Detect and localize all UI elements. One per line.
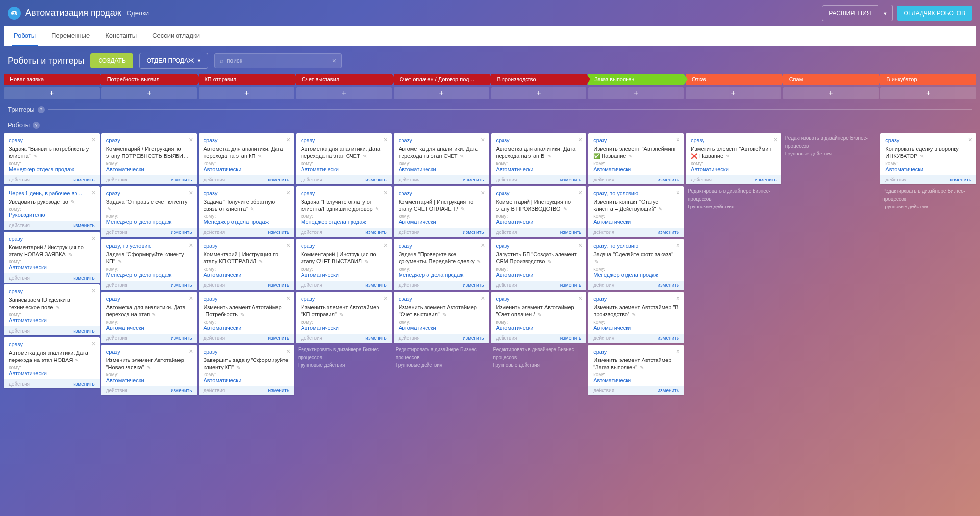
edit-link[interactable]: изменить xyxy=(171,335,192,341)
close-icon[interactable]: × xyxy=(676,348,680,355)
robot-to[interactable]: Менеджер отдела продаж xyxy=(106,272,192,278)
pencil-icon[interactable]: ✎ xyxy=(71,199,75,205)
actions-label[interactable]: действия xyxy=(106,230,127,235)
robot-card[interactable]: ×сразуЗаписываем ID сделки в техническое… xyxy=(4,284,100,335)
close-icon[interactable]: × xyxy=(286,136,290,143)
edit-link[interactable]: изменить xyxy=(755,177,777,182)
robot-to[interactable]: Автоматически xyxy=(203,325,289,331)
close-icon[interactable]: × xyxy=(773,136,777,143)
actions-label[interactable]: действия xyxy=(691,177,712,182)
close-icon[interactable]: × xyxy=(384,136,388,143)
robot-when[interactable]: сразу xyxy=(203,349,289,355)
pencil-icon[interactable]: ✎ xyxy=(547,259,551,264)
actions-label[interactable]: действия xyxy=(593,177,614,182)
edit-link[interactable]: изменить xyxy=(463,177,484,182)
close-icon[interactable]: × xyxy=(189,295,193,302)
add-robot-button[interactable]: + xyxy=(296,87,392,99)
robot-card[interactable]: ×сразуКомментарий | Инструкция по этапу … xyxy=(491,186,587,237)
pencil-icon[interactable]: ✎ xyxy=(240,312,244,317)
edit-link[interactable]: изменить xyxy=(560,230,582,235)
stage-header[interactable]: Отказ xyxy=(686,74,781,85)
close-icon[interactable]: × xyxy=(578,189,582,196)
stage-header[interactable]: Новая заявка xyxy=(4,74,100,85)
actions-label[interactable]: действия xyxy=(885,177,906,182)
robot-when[interactable]: сразу xyxy=(203,296,289,302)
robot-to[interactable]: Автоматически xyxy=(106,377,192,383)
robot-when[interactable]: сразу xyxy=(496,296,582,302)
robot-to[interactable]: Автоматически xyxy=(399,166,484,172)
close-icon[interactable]: × xyxy=(481,242,485,249)
add-robot-button[interactable]: + xyxy=(783,87,879,99)
robot-card[interactable]: ×сразуЗавершить задачу "Сформируйте клие… xyxy=(199,345,294,396)
edit-link[interactable]: изменить xyxy=(365,283,387,288)
pencil-icon[interactable]: ✎ xyxy=(628,154,632,159)
clear-search-icon[interactable]: × xyxy=(332,57,336,65)
robot-card[interactable]: ×сразуИзменить элемент Автотаймер "В про… xyxy=(588,292,684,343)
pencil-icon[interactable]: ✎ xyxy=(75,358,79,363)
robot-card[interactable]: ×сразу, по условиюЗадача "Сформируйте кл… xyxy=(101,239,197,290)
edit-link[interactable]: изменить xyxy=(950,177,972,182)
robot-to[interactable]: Руководителю xyxy=(9,212,95,218)
actions-label[interactable]: действия xyxy=(496,335,517,341)
actions-label[interactable]: действия xyxy=(9,223,30,228)
tab-0[interactable]: Роботы xyxy=(12,26,38,46)
pencil-icon[interactable]: ✎ xyxy=(68,252,72,257)
actions-label[interactable]: действия xyxy=(301,230,322,235)
actions-label[interactable]: действия xyxy=(203,177,225,182)
pencil-icon[interactable]: ✎ xyxy=(920,154,924,159)
robot-when[interactable]: сразу xyxy=(691,137,777,143)
pencil-icon[interactable]: ✎ xyxy=(563,206,567,212)
extensions-button[interactable]: РАСШИРЕНИЯ xyxy=(822,5,878,21)
robot-to[interactable]: Автоматически xyxy=(399,325,484,331)
tab-1[interactable]: Переменные xyxy=(50,26,92,46)
close-icon[interactable]: × xyxy=(481,295,485,302)
robot-card[interactable]: ×сразуКомментарий | Инструкция по этапу … xyxy=(199,239,294,290)
robot-when[interactable]: сразу xyxy=(399,296,484,302)
pencil-icon[interactable]: ✎ xyxy=(632,312,636,317)
actions-label[interactable]: действия xyxy=(301,335,322,341)
stage-header[interactable]: Счет оплачен / Договор под… xyxy=(394,74,489,85)
actions-label[interactable]: действия xyxy=(496,230,517,235)
robot-card[interactable]: ×сразуИзменить элемент Автотаймер "Заказ… xyxy=(588,345,684,396)
close-icon[interactable]: × xyxy=(481,136,485,143)
edit-bp-link[interactable]: Редактировать в дизайнере Бизнес-процесс… xyxy=(493,346,585,361)
actions-label[interactable]: действия xyxy=(106,177,127,182)
robot-card[interactable]: ×сразуКомментарий / Инструкция по этапу … xyxy=(4,232,100,283)
close-icon[interactable]: × xyxy=(189,189,193,196)
robot-card[interactable]: ×сразуЗадача "Проверьте все документы. П… xyxy=(394,239,489,290)
tab-2[interactable]: Константы xyxy=(103,26,139,46)
close-icon[interactable]: × xyxy=(189,348,193,355)
edit-link[interactable]: изменить xyxy=(657,230,679,235)
pencil-icon[interactable]: ✎ xyxy=(107,206,111,212)
pencil-icon[interactable]: ✎ xyxy=(56,305,60,310)
actions-label[interactable]: действия xyxy=(203,230,225,235)
pencil-icon[interactable]: ✎ xyxy=(375,206,379,212)
robot-card[interactable]: ×сразу, по условиюЗадача "Сделайте фото … xyxy=(588,239,684,290)
pencil-icon[interactable]: ✎ xyxy=(537,312,541,317)
robot-when[interactable]: сразу, по условию xyxy=(106,243,192,249)
close-icon[interactable]: × xyxy=(286,189,290,196)
department-dropdown[interactable]: ОТДЕЛ ПРОДАЖ▼ xyxy=(139,53,208,69)
robot-when[interactable]: сразу xyxy=(106,137,192,143)
group-actions-link[interactable]: Групповые действия xyxy=(493,361,585,369)
edit-link[interactable]: изменить xyxy=(268,230,290,235)
add-robot-button[interactable]: + xyxy=(880,87,976,99)
edit-bp-link[interactable]: Редактировать в дизайнере Бизнес-процесс… xyxy=(298,346,390,361)
robot-to[interactable]: Менеджер отдела продаж xyxy=(106,219,192,225)
close-icon[interactable]: × xyxy=(481,189,485,196)
edit-link[interactable]: изменить xyxy=(73,275,95,281)
close-icon[interactable]: × xyxy=(286,348,290,355)
robot-when[interactable]: сразу xyxy=(301,243,387,249)
add-robot-button[interactable]: + xyxy=(199,87,294,99)
robot-to[interactable]: Менеджер отдела продаж xyxy=(203,219,289,225)
add-robot-button[interactable]: + xyxy=(686,87,781,99)
robot-to[interactable]: Автоматически xyxy=(593,325,679,331)
robot-to[interactable]: Автоматически xyxy=(9,370,95,376)
edit-bp-link[interactable]: Редактировать в дизайнере Бизнес-процесс… xyxy=(882,187,974,203)
robot-when[interactable]: сразу xyxy=(203,243,289,249)
robot-when[interactable]: сразу xyxy=(399,190,484,196)
close-icon[interactable]: × xyxy=(578,295,582,302)
robot-when[interactable]: сразу xyxy=(203,190,289,196)
actions-label[interactable]: действия xyxy=(399,335,420,341)
robot-to[interactable]: Автоматически xyxy=(9,264,95,270)
